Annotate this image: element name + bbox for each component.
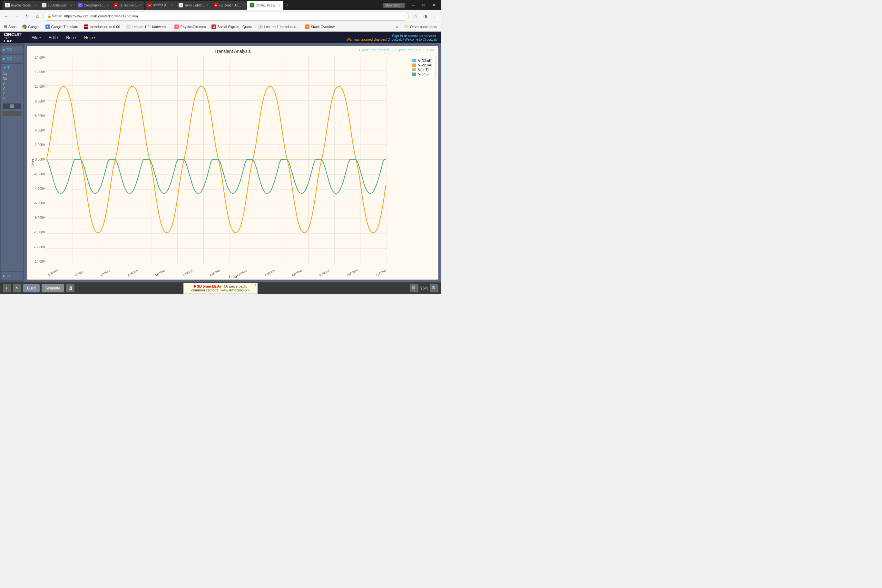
address-bar: ← → ↻ ⌂ 🔒 Secure https://www.circuitlab.… (0, 10, 441, 22)
browser-tab-4[interactable]: ▶ (1) lecture 18 × (111, 1, 144, 10)
time-arrow-icon: ▼ (3, 66, 6, 69)
sidebar-section-time[interactable]: ▼ Ti Sw Ou V V V V (1, 64, 23, 271)
menu-file[interactable]: File ▾ (28, 32, 45, 43)
legend-color-un7 (412, 68, 416, 71)
image-button[interactable]: 🖼 (66, 284, 75, 292)
menu-edit[interactable]: Edit ▾ (45, 32, 62, 43)
chart-svg (46, 56, 387, 263)
ad-url-link[interactable]: www.Amazon.com (220, 288, 249, 292)
menu-icon[interactable]: ⋮ (430, 12, 439, 20)
back-button[interactable]: ← (2, 12, 11, 21)
x-axis-title: Time (228, 274, 237, 279)
sidebar-section-freq[interactable]: ▶ Fr (1, 272, 23, 280)
title-bar: A Asych2Races... × 1 15DigitalElec... × … (0, 0, 441, 10)
zoom-reset-icon[interactable]: 🔍 (430, 284, 438, 292)
browser-tab-1[interactable]: A Asych2Races... × (3, 1, 39, 10)
bookmark-translate[interactable]: T Google Translate (43, 23, 81, 31)
legend-item-v2na: V(V2.nA) (412, 63, 433, 67)
bottom-right: 🔍 96% 🔍 (410, 284, 438, 292)
bookmark-lecture1[interactable]: a Lecture 1 Introductio... (256, 23, 302, 31)
maximize-button[interactable]: □ (419, 2, 428, 8)
bookmark-google[interactable]: Google (20, 23, 42, 31)
ad-close-icon[interactable]: ? (255, 284, 256, 287)
bookmark-other[interactable]: 📁 Other bookmarks (401, 23, 440, 31)
cursor-button[interactable]: ↖ (13, 284, 21, 292)
url-bar[interactable]: 🔒 Secure https://www.circuitlab.com/edit… (43, 12, 409, 21)
search-bottom-icon[interactable]: 🔍 (410, 284, 418, 292)
menu-help[interactable]: Help ▾ (80, 32, 99, 43)
home-button[interactable]: ⌂ (33, 12, 42, 21)
bookmark-quora[interactable]: Q Social Sign-In - Quora (209, 23, 255, 31)
sidebar-section-dc1[interactable]: ▶ DC (1, 46, 23, 54)
bookmark-apps[interactable]: ⊞ Apps (1, 23, 19, 31)
export-images-link[interactable]: Export Plot Images (359, 48, 389, 52)
hide-link[interactable]: Hide (427, 48, 434, 52)
header-right: Sign in or create an account. Warning: u… (347, 34, 437, 41)
sign-in-text: Sign in or create an account. (392, 34, 437, 38)
menu-run[interactable]: Run ▾ (62, 32, 80, 43)
url-text: https://www.circuitlab.com/editor/#?id=7… (64, 14, 405, 18)
forward-button[interactable]: → (12, 12, 21, 21)
tab-close-5[interactable]: × (171, 3, 173, 7)
help-arrow-icon: ▾ (94, 36, 95, 39)
legend-color-v2na (412, 63, 416, 67)
file-arrow-icon: ▾ (39, 36, 41, 39)
y-axis-title: Volts (31, 159, 35, 166)
tab-close-8[interactable]: × (279, 3, 281, 7)
circuit-logo: CIRCUIT ━▶━ LAB (4, 32, 21, 43)
close-button[interactable]: ✕ (429, 2, 438, 8)
tab-close-7[interactable]: × (242, 3, 244, 7)
dc2-arrow-icon: ▶ (3, 57, 6, 60)
bookmarks-bar: ⊞ Apps Google T Google Translate MIT Int… (0, 22, 441, 32)
legend-item-un7: V(un7) (412, 68, 433, 72)
sidebar-time-content: Sw Ou V V V V (3, 70, 22, 117)
browser-tab-2[interactable]: 1 15DigitalElec... × (39, 1, 75, 10)
secure-indicator: 🔒 Secure (47, 14, 62, 18)
minimize-button[interactable]: ─ (409, 2, 418, 8)
tab-close-6[interactable]: × (206, 3, 208, 7)
browser-tab-5[interactable]: ▶ ডাইনামিক (C... × (145, 1, 176, 10)
chart-legend: V(D2.nK) V(V2.nA) V(un7) V(un6) (409, 56, 435, 79)
browser-tab-7[interactable]: ▶ (2) Zener Dio... × (211, 1, 247, 10)
build-button[interactable]: Build (23, 284, 40, 292)
zoom-display: 96% (420, 286, 428, 291)
bookmark-physicsgirl[interactable]: S PhysicsGirl.com (172, 23, 208, 31)
freq-arrow-icon: ▶ (3, 274, 6, 278)
bookmark-stackoverflow[interactable]: S Stack Overflow (302, 23, 337, 31)
main-content: ▶ DC ▶ DC ▼ Ti Sw Ou V V V V (0, 43, 441, 282)
app-menu-bar: CIRCUIT ━▶━ LAB File ▾ Edit ▾ Run ▾ Help… (0, 32, 441, 43)
theme-icon[interactable]: ◑ (421, 12, 429, 20)
chart-top-bar: Export Plot Images | Export Plot CSV | H… (359, 48, 434, 52)
browser-icons: ☆ ◑ ⋮ (411, 12, 439, 20)
legend-color-d2nk (412, 59, 416, 62)
export-csv-link[interactable]: Export Plot CSV (395, 48, 421, 52)
browser-tab-6[interactable]: J Jan's LightO... × (176, 1, 210, 10)
warning-text: Warning: unsaved changes! CircuitLab / W… (347, 38, 437, 41)
browser-tab-8[interactable]: C CircuitLab | E... × (247, 1, 284, 10)
legend-item-d2nk: V(D2.nK) (412, 58, 433, 63)
tab-close-4[interactable]: × (140, 3, 142, 7)
ad-product-link[interactable]: RGB 5mm LEDs (194, 284, 221, 288)
left-sidebar: ▶ DC ▶ DC ▼ Ti Sw Ou V V V V (0, 43, 24, 282)
ad-banner: ? RGB 5mm LEDs - 50 piece pack, common c… (183, 283, 258, 294)
chart-container: Export Plot Images | Export Plot CSV | H… (27, 46, 438, 280)
browser-tabs: A Asych2Races... × 1 15DigitalElec... × … (3, 1, 382, 10)
bottom-toolbar: + ↖ Build Simulate 🖼 ? RGB 5mm LEDs - 50… (0, 282, 441, 294)
tab-close-3[interactable]: × (106, 3, 108, 7)
edit-arrow-icon: ▾ (57, 36, 58, 39)
bookmark-lecture12[interactable]: Lecture 1.2 Hardware... (123, 23, 171, 31)
new-tab-button[interactable]: + (284, 1, 292, 9)
bookmark-mit[interactable]: MIT Introduction to 6.00 (81, 23, 123, 31)
reload-button[interactable]: ↻ (22, 12, 32, 21)
bookmark-icon[interactable]: ☆ (411, 12, 420, 20)
add-component-button[interactable]: + (3, 284, 11, 292)
legend-item-un6: V(un6) (412, 72, 433, 76)
simulate-button[interactable]: Simulate (42, 284, 64, 292)
tab-close-1[interactable]: × (34, 3, 36, 7)
dc1-arrow-icon: ▶ (3, 48, 6, 51)
sidebar-section-dc2[interactable]: ▶ DC (1, 55, 23, 63)
x-axis: -1.000ms 0.000s 1.000ms 2.000ms 3.000ms … (46, 274, 387, 278)
bookmarks-more-button[interactable]: » (394, 23, 401, 31)
browser-tab-3[interactable]: C Contemporar... × (75, 1, 111, 10)
tab-close-2[interactable]: × (70, 3, 72, 7)
